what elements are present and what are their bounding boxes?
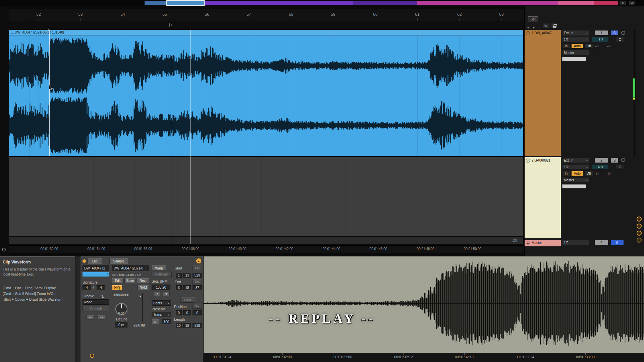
gain-slider-handle[interactable] [139,292,142,298]
seg-bpm-value[interactable]: 133.20 [152,285,170,290]
end-set-button[interactable]: Set [193,279,202,284]
nav-right-icon[interactable] [533,24,535,30]
track2-arm-icon[interactable] [621,158,625,162]
half-tempo-button[interactable]: :2 [154,292,160,296]
track1-arm-icon[interactable] [621,31,625,35]
position-sixteenths[interactable]: 0 [193,310,202,315]
track2-lane[interactable] [9,157,523,236]
start-bars[interactable]: 1 [176,273,182,278]
draw-mode-icon[interactable] [542,23,549,28]
transient-loop-toggle[interactable] [152,319,159,324]
fold-track-icon[interactable] [526,31,530,35]
track1-pan[interactable]: C [616,37,624,42]
gain-value[interactable]: 22.6 dB [133,323,145,327]
track2-input-channel[interactable]: 1/2 [562,164,590,170]
length-bars[interactable]: 10 [176,323,182,328]
reverse-button[interactable]: Rev. [137,278,149,283]
clip-waveform-area[interactable] [9,36,523,156]
end-beats[interactable]: 18 [183,285,191,290]
lock-envelopes-icon[interactable] [551,23,558,28]
tab-clip[interactable]: Clip [87,258,102,264]
clip-name-field[interactable]: DW_A0047 [2 [83,265,109,271]
signature-numerator[interactable]: 4 [83,285,91,290]
transpose-value[interactable]: 0 st [118,311,124,315]
signature-denominator[interactable]: 4 [97,285,105,290]
warp-mode-chooser[interactable]: Beats [152,300,171,306]
length-beats[interactable]: 19 [183,323,191,328]
track2-body[interactable] [525,164,561,238]
start-beats[interactable]: 13 [183,273,191,278]
master-play-icon[interactable] [526,241,530,245]
edit-button[interactable]: Edit [112,278,123,283]
track2-solo-button[interactable]: S [610,158,619,163]
track2-input-type[interactable]: Ext. In [562,158,590,163]
master-pan[interactable]: 0 [594,240,608,245]
nudge-forward-button[interactable]: >> [98,315,105,319]
end-bars[interactable]: 3 [176,285,182,290]
detune-value[interactable]: 0 ct [115,322,127,327]
track1-activator[interactable]: 1 [594,30,608,36]
commit-button[interactable]: Commit [83,306,109,311]
clip-color-swatch[interactable]: ▼ [83,272,109,277]
master-volume[interactable]: 0 [610,240,624,245]
set-button[interactable]: Set [528,16,538,22]
groove-chooser[interactable]: None [83,299,109,305]
double-tempo-button[interactable]: *2 [163,292,170,296]
track1-monitor-in[interactable]: In [562,44,570,49]
track2-monitor-in[interactable]: In [562,171,570,176]
track2-pan[interactable]: C [616,164,624,170]
track1-monitor-auto[interactable]: Auto [571,44,583,49]
track2-header[interactable]: 2 GA060821 [525,157,561,164]
clip-title-bar[interactable]: ... DW_A0047 [2021-06-10 131048] [9,30,523,36]
length-sixteenths[interactable]: 538 [193,323,202,328]
gutter-icon[interactable] [2,248,6,251]
master-header[interactable]: Master [525,240,561,246]
hiq-button[interactable]: HiQ [112,285,122,290]
panel-fold-button[interactable]: ▲ [196,258,201,263]
fold-track-icon[interactable] [526,159,530,163]
tab-sample[interactable]: Sample [109,258,128,264]
track2-volume[interactable]: 6.0 [592,164,609,170]
position-beats[interactable]: 0 [183,310,191,315]
start-set-button[interactable]: Set [193,265,202,270]
nav-left-icon[interactable] [527,24,529,30]
audio-clip[interactable]: ... DW_A0047 [2021-06-10 131048] [9,30,523,156]
track2-monitor-off[interactable]: Off [584,171,593,176]
loop-button[interactable]: Loop [180,297,195,303]
track1-input-channel[interactable]: 1/2 [562,37,590,42]
transient-loop-value[interactable]: 100 [162,319,171,324]
transients-chooser[interactable]: Trans [152,312,171,317]
track2-delay-field[interactable] [562,184,586,188]
sample-name-field[interactable]: DW_A0047 [2021-0 [112,265,149,271]
track2-monitor-auto[interactable]: Auto [571,171,583,176]
track2-output[interactable]: Master [562,177,590,183]
ram-button[interactable]: RAM [138,285,149,290]
position-set-button[interactable]: Set [193,304,202,309]
arrangement-overview[interactable] [145,1,618,5]
w-button[interactable]: W [629,1,635,5]
master-channel[interactable]: 1/2 [562,240,590,246]
position-bars[interactable]: 0 [176,310,182,315]
groove-icon[interactable] [101,293,104,299]
track1-output[interactable]: Master [562,50,590,55]
track1-volume[interactable]: -5.7 [592,37,609,42]
scrub-area[interactable] [9,21,525,30]
h-button[interactable]: H [620,1,626,5]
track1-body[interactable] [525,37,561,156]
track1-delay-field[interactable] [562,57,586,61]
start-sixteenths[interactable]: 629 [193,273,202,278]
clip-io-icon[interactable] [90,354,94,358]
master-lane[interactable] [9,237,523,244]
arrangement-time-ruler[interactable] [9,245,525,253]
save-button[interactable]: Save [124,278,136,283]
track1-header[interactable]: 1 DW_A0047 [525,30,561,37]
nudge-back-button[interactable]: << [87,315,94,319]
overview-viewport[interactable] [166,0,205,6]
end-sixteenths[interactable]: 37 [193,285,202,290]
track1-monitor-off[interactable]: Off [584,44,593,49]
follower-button[interactable]: Follower [152,272,172,277]
gain-slider[interactable] [142,293,143,322]
track2-activator[interactable]: 2 [594,158,608,163]
clip-activator-icon[interactable] [83,259,86,263]
track1-solo-button[interactable]: S [610,30,619,36]
